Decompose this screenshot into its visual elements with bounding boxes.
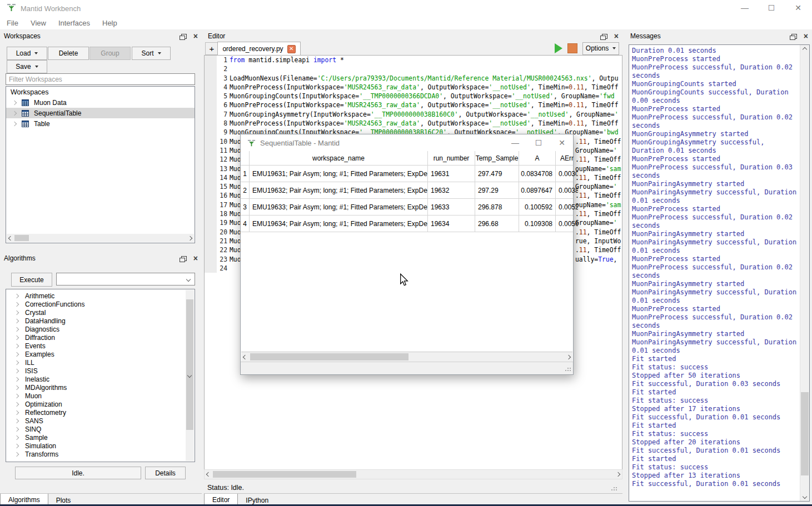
tab-ordered-recovery[interactable]: ordered_recovery.py ✕	[217, 42, 301, 56]
algorithm-category-sans[interactable]: SANS	[6, 417, 195, 425]
options-button[interactable]: Options	[582, 42, 619, 55]
dialog-close-button[interactable]: ✕	[556, 136, 567, 149]
algorithm-category-diffraction[interactable]: Diffraction	[6, 333, 195, 342]
algorithm-category-muon[interactable]: Muon	[6, 392, 195, 400]
algorithms-vertical-scrollbar[interactable]	[186, 290, 194, 461]
save-button[interactable]: Save	[7, 60, 47, 73]
scroll-down-icon[interactable]	[800, 492, 809, 501]
expander-icon[interactable]	[14, 452, 19, 456]
expander-icon[interactable]	[14, 302, 19, 306]
expander-icon[interactable]	[14, 393, 19, 398]
menu-interfaces[interactable]: Interfaces	[53, 19, 96, 27]
algorithm-category-inelastic[interactable]: Inelastic	[6, 375, 195, 383]
window-maximize-button[interactable]: ☐	[762, 1, 781, 14]
sort-button[interactable]: Sort	[132, 47, 171, 60]
execute-button[interactable]: Execute	[11, 273, 52, 287]
float-panel-icon[interactable]	[181, 34, 187, 39]
algorithm-category-arithmetic[interactable]: Arithmetic	[6, 292, 195, 300]
table-row[interactable]: 1EMU19631; Pair Asym; long; #1; Fitted P…	[241, 166, 573, 182]
column-header-workspace_name[interactable]: workspace_name	[250, 151, 428, 165]
algorithm-category-crystal[interactable]: Crystal	[6, 308, 195, 317]
message-log[interactable]: Duration 0.01 secondsMuonPreProcess star…	[629, 44, 810, 502]
new-tab-button[interactable]: +	[205, 42, 218, 55]
close-panel-icon[interactable]: ×	[614, 33, 619, 39]
algorithm-category-datahandling[interactable]: DataHandling	[6, 317, 195, 325]
algorithm-category-diagnostics[interactable]: Diagnostics	[6, 325, 195, 333]
algorithm-category-simulation[interactable]: Simulation	[6, 442, 195, 450]
column-header-AErr[interactable]: AErr	[556, 151, 578, 165]
float-panel-icon[interactable]	[602, 34, 607, 39]
algorithm-category-correctionfunctions[interactable]: CorrectionFunctions	[6, 300, 195, 308]
scroll-right-icon[interactable]	[565, 352, 572, 362]
expander-icon[interactable]	[14, 427, 19, 431]
expander-icon[interactable]	[12, 100, 17, 104]
algorithm-category-ill[interactable]: ILL	[6, 358, 195, 367]
dialog-maximize-button[interactable]: ☐	[533, 136, 544, 149]
messages-vertical-scrollbar[interactable]	[800, 45, 809, 501]
float-panel-icon[interactable]	[181, 256, 187, 261]
expander-icon[interactable]	[14, 318, 19, 323]
dialog-titlebar[interactable]: SequentialTable - Mantid — ☐ ✕	[241, 134, 573, 151]
workspace-item-sequentialtable[interactable]: SequentialTable	[6, 108, 195, 118]
expander-icon[interactable]	[12, 111, 17, 115]
expander-icon[interactable]	[12, 121, 17, 126]
close-tab-icon[interactable]: ✕	[287, 45, 296, 53]
scroll-left-icon[interactable]	[7, 234, 14, 242]
expander-icon[interactable]	[14, 352, 19, 356]
details-button[interactable]: Details	[145, 467, 186, 479]
algorithm-category-reflectometry[interactable]: Reflectometry	[6, 408, 195, 417]
scroll-left-icon[interactable]	[241, 352, 249, 362]
editor-horizontal-scrollbar[interactable]	[204, 469, 622, 479]
scroll-left-icon[interactable]	[205, 470, 212, 479]
expander-icon[interactable]	[14, 368, 19, 373]
resize-grip-icon[interactable]	[567, 368, 569, 369]
algorithm-search-combobox[interactable]	[56, 273, 195, 285]
close-panel-icon[interactable]: ×	[193, 33, 198, 39]
resize-grip-icon[interactable]	[614, 487, 615, 488]
dialog-minimize-button[interactable]: —	[510, 136, 521, 149]
expander-icon[interactable]	[14, 402, 19, 406]
table-row[interactable]: 2EMU19632; Pair Asym; long; #1; Fitted P…	[241, 182, 573, 199]
column-header-A[interactable]: A	[519, 151, 556, 165]
column-header-Temp_Sample[interactable]: Temp_Sample	[475, 151, 519, 165]
scroll-right-icon[interactable]	[186, 234, 194, 242]
expander-icon[interactable]	[14, 435, 19, 439]
expander-icon[interactable]	[14, 418, 19, 423]
expander-icon[interactable]	[14, 360, 19, 364]
workspace-item-table[interactable]: Table	[6, 118, 195, 129]
sequentialtable-dialog[interactable]: SequentialTable - Mantid — ☐ ✕ workspace…	[240, 134, 574, 375]
algorithm-category-events[interactable]: Events	[6, 342, 195, 350]
filter-workspaces-input[interactable]	[6, 73, 195, 85]
expander-icon[interactable]	[14, 335, 19, 339]
algorithm-category-isis[interactable]: ISIS	[6, 367, 195, 375]
expander-icon[interactable]	[14, 385, 19, 389]
close-panel-icon[interactable]: ×	[804, 33, 808, 39]
load-button[interactable]: Load	[7, 47, 47, 60]
expander-icon[interactable]	[14, 443, 19, 448]
menu-view[interactable]: View	[25, 19, 52, 27]
workspace-item-muon-data[interactable]: Muon Data	[6, 97, 195, 108]
scrollbar-thumb[interactable]	[14, 235, 29, 241]
close-panel-icon[interactable]: ×	[193, 255, 198, 261]
menu-file[interactable]: File	[1, 19, 24, 27]
expander-icon[interactable]	[14, 410, 19, 414]
algorithm-category-mdalgorithms[interactable]: MDAlgorithms	[6, 383, 195, 392]
column-header-run_number[interactable]: run_number	[428, 151, 475, 165]
expander-icon[interactable]	[14, 327, 19, 331]
algorithm-category-sinq[interactable]: SINQ	[6, 425, 195, 433]
table-row[interactable]: 4EMU19634; Pair Asym; long; #1; Fitted P…	[241, 216, 573, 232]
scroll-up-icon[interactable]	[800, 45, 809, 54]
workspaces-horizontal-scrollbar[interactable]	[7, 234, 194, 242]
table-row[interactable]: 3EMU19633; Pair Asym; long; #1; Fitted P…	[241, 199, 573, 216]
sequential-table[interactable]: workspace_namerun_numberTemp_SampleAAErr…	[241, 151, 573, 232]
delete-button[interactable]: Delete	[48, 47, 89, 60]
scroll-down-icon[interactable]	[186, 290, 193, 461]
window-minimize-button[interactable]: —	[735, 1, 754, 14]
algorithm-category-examples[interactable]: Examples	[6, 350, 195, 358]
scrollbar-thumb[interactable]	[801, 392, 809, 475]
float-panel-icon[interactable]	[791, 34, 797, 39]
expander-icon[interactable]	[14, 377, 19, 381]
scroll-right-icon[interactable]	[614, 470, 622, 479]
window-close-button[interactable]: ✕	[789, 1, 808, 14]
algorithm-category-transforms[interactable]: Transforms	[6, 450, 195, 458]
